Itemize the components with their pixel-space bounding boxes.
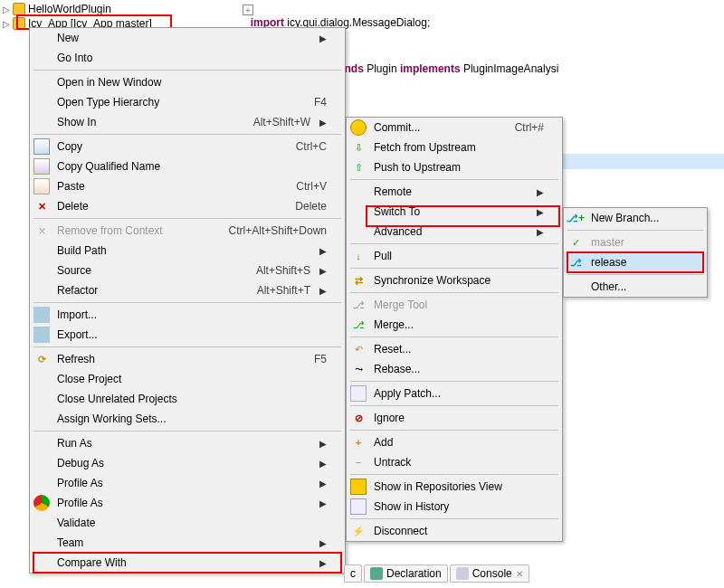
menu-branch-release[interactable]: ⎇release xyxy=(564,252,707,272)
separator xyxy=(33,218,341,219)
menu-open-new-window[interactable]: Open in New Window xyxy=(30,72,345,92)
separator xyxy=(567,274,703,275)
submenu-arrow-icon: ▶ xyxy=(319,459,327,469)
menu-copy[interactable]: CopyCtrl+C xyxy=(30,137,345,156)
submenu-arrow-icon: ▶ xyxy=(319,118,327,128)
submenu-arrow-icon: ▶ xyxy=(537,187,544,197)
menu-new[interactable]: New▶ xyxy=(30,28,345,48)
menu-untrack[interactable]: −Untrack xyxy=(347,452,562,472)
submenu-arrow-icon: ▶ xyxy=(319,246,327,256)
menu-import[interactable]: Import... xyxy=(30,305,345,325)
menu-debug-as[interactable]: Debug As▶ xyxy=(30,453,345,473)
ignore-icon: ⊘ xyxy=(350,410,367,426)
disconnect-icon: ⚡ xyxy=(350,523,367,539)
menu-close-unrelated[interactable]: Close Unrelated Projects xyxy=(30,389,345,409)
submenu-arrow-icon: ▶ xyxy=(319,498,327,508)
menu-run-as[interactable]: Run As▶ xyxy=(30,433,345,453)
menu-advanced[interactable]: Advanced▶ xyxy=(347,222,562,242)
menu-show-history[interactable]: Show in History xyxy=(347,497,562,517)
menu-go-into[interactable]: Go Into xyxy=(30,48,345,68)
menu-fetch[interactable]: ⇩Fetch from Upstream xyxy=(347,138,562,157)
separator xyxy=(33,431,341,432)
menu-pull[interactable]: ↓Pull xyxy=(347,246,562,266)
menu-compare-with[interactable]: Compare With▶ xyxy=(30,553,345,573)
untrack-icon: − xyxy=(350,454,367,470)
menu-rebase[interactable]: ⤳Rebase... xyxy=(347,359,562,379)
menu-team[interactable]: Team▶ xyxy=(30,533,345,553)
menu-sync[interactable]: ⇄Synchronize Workspace xyxy=(347,270,562,290)
menu-switch-to[interactable]: Switch To▶ xyxy=(347,202,562,222)
separator xyxy=(350,474,558,475)
submenu-arrow-icon: ▶ xyxy=(537,207,544,217)
menu-reset[interactable]: ↶Reset... xyxy=(347,339,562,359)
merge-tool-icon: ⎇ xyxy=(350,297,367,313)
submenu-arrow-icon: ▶ xyxy=(319,538,327,548)
menu-open-type-hierarchy[interactable]: Open Type HierarchyF4 xyxy=(30,92,345,112)
push-icon: ⇧ xyxy=(350,159,367,175)
submenu-arrow-icon: ▶ xyxy=(319,479,327,488)
menu-merge[interactable]: ⎇Merge... xyxy=(347,315,562,335)
menu-remove-context: ⤫Remove from ContextCtrl+Alt+Shift+Down xyxy=(30,221,345,241)
expand-icon[interactable]: ▷ xyxy=(2,5,11,14)
menu-remote[interactable]: Remote▶ xyxy=(347,182,562,202)
submenu-arrow-icon: ▶ xyxy=(537,227,544,237)
tree-item[interactable]: ▷ HelloWorldPlugin xyxy=(2,2,152,16)
export-icon xyxy=(33,327,50,343)
tab-partial[interactable]: c xyxy=(344,564,362,583)
menu-source[interactable]: SourceAlt+Shift+S▶ xyxy=(30,261,345,280)
menu-close-project[interactable]: Close Project xyxy=(30,369,345,389)
refresh-icon: ⟳ xyxy=(33,351,50,367)
submenu-arrow-icon: ▶ xyxy=(319,266,327,276)
paste-icon xyxy=(33,178,50,194)
menu-push[interactable]: ⇧Push to Upstream xyxy=(347,157,562,177)
separator xyxy=(567,230,703,231)
import-icon xyxy=(33,307,50,323)
menu-ignore[interactable]: ⊘Ignore xyxy=(347,408,562,428)
history-icon xyxy=(350,498,367,515)
menu-paste[interactable]: PasteCtrl+V xyxy=(30,176,345,196)
menu-refresh[interactable]: ⟳RefreshF5 xyxy=(30,349,345,369)
menu-profile-as-2[interactable]: Profile As▶ xyxy=(30,493,345,513)
copy-icon xyxy=(33,138,50,155)
separator xyxy=(350,179,558,180)
menu-show-in[interactable]: Show InAlt+Shift+W▶ xyxy=(30,112,345,132)
fetch-icon: ⇩ xyxy=(350,139,367,156)
merge-icon: ⎇ xyxy=(350,317,367,333)
separator xyxy=(33,134,341,135)
menu-commit[interactable]: Commit...Ctrl+# xyxy=(347,118,562,138)
sync-icon: ⇄ xyxy=(350,272,367,289)
menu-build-path[interactable]: Build Path▶ xyxy=(30,241,345,261)
submenu-arrow-icon: ▶ xyxy=(319,439,327,449)
menu-export[interactable]: Export... xyxy=(30,325,345,345)
menu-validate[interactable]: Validate xyxy=(30,513,345,533)
menu-assign-working-sets[interactable]: Assign Working Sets... xyxy=(30,409,345,429)
close-icon[interactable]: ✕ xyxy=(516,569,523,579)
menu-new-branch[interactable]: ⎇+New Branch... xyxy=(564,208,707,228)
menu-refactor[interactable]: RefactorAlt+Shift+T▶ xyxy=(30,280,345,300)
menu-add[interactable]: +Add xyxy=(347,432,562,452)
commit-icon xyxy=(350,119,367,136)
menu-copy-qualified[interactable]: Copy Qualified Name xyxy=(30,156,345,176)
menu-profile-as[interactable]: Profile As▶ xyxy=(30,473,345,493)
separator xyxy=(350,381,558,382)
tab-declaration[interactable]: Declaration xyxy=(364,564,448,583)
separator xyxy=(350,405,558,406)
menu-delete[interactable]: ✕DeleteDelete xyxy=(30,196,345,216)
submenu-arrow-icon: ▶ xyxy=(319,286,327,296)
project-icon xyxy=(13,17,25,30)
remove-context-icon: ⤫ xyxy=(33,223,50,239)
patch-icon xyxy=(350,385,367,402)
tab-console[interactable]: Console✕ xyxy=(450,564,529,583)
delete-icon: ✕ xyxy=(33,198,50,214)
menu-show-repo[interactable]: Show in Repositories View xyxy=(347,477,562,497)
view-tabs: c Declaration Console✕ xyxy=(344,564,531,583)
menu-apply-patch[interactable]: Apply Patch... xyxy=(347,384,562,403)
submenu-arrow-icon: ▶ xyxy=(319,33,327,43)
expand-icon[interactable]: ▷ xyxy=(2,19,11,28)
context-menu: New▶ Go Into Open in New Window Open Typ… xyxy=(29,27,346,574)
separator xyxy=(350,337,558,337)
switch-to-submenu: ⎇+New Branch... ✓master ⎇release Other..… xyxy=(563,207,708,298)
menu-branch-other[interactable]: Other... xyxy=(564,277,707,297)
menu-disconnect[interactable]: ⚡Disconnect xyxy=(347,521,562,541)
menu-branch-master: ✓master xyxy=(564,232,707,252)
